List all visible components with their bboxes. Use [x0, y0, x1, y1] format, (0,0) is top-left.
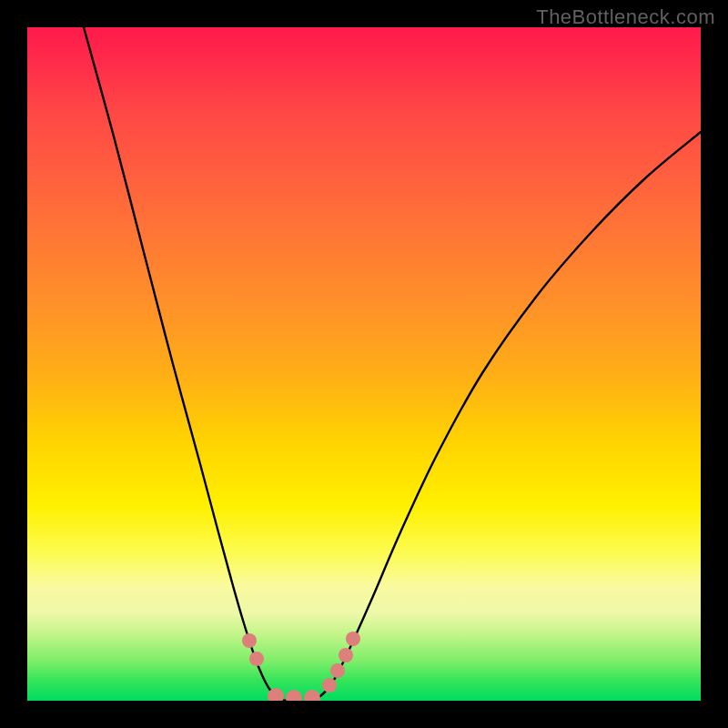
marker-point [346, 632, 360, 646]
curve-layer [27, 27, 701, 701]
series-right-curve [309, 132, 701, 701]
marker-point [249, 652, 264, 666]
marker-point [339, 648, 353, 662]
marker-point [242, 633, 257, 648]
marker-point [322, 678, 337, 693]
series-group [84, 27, 701, 701]
series-left-curve [84, 27, 291, 701]
chart-frame: TheBottleneck.com [0, 0, 728, 728]
marker-point [304, 690, 320, 701]
marker-group [242, 632, 360, 701]
watermark-text: TheBottleneck.com [536, 5, 715, 29]
plot-area [27, 27, 701, 701]
marker-point [286, 690, 302, 701]
marker-point [330, 663, 345, 678]
